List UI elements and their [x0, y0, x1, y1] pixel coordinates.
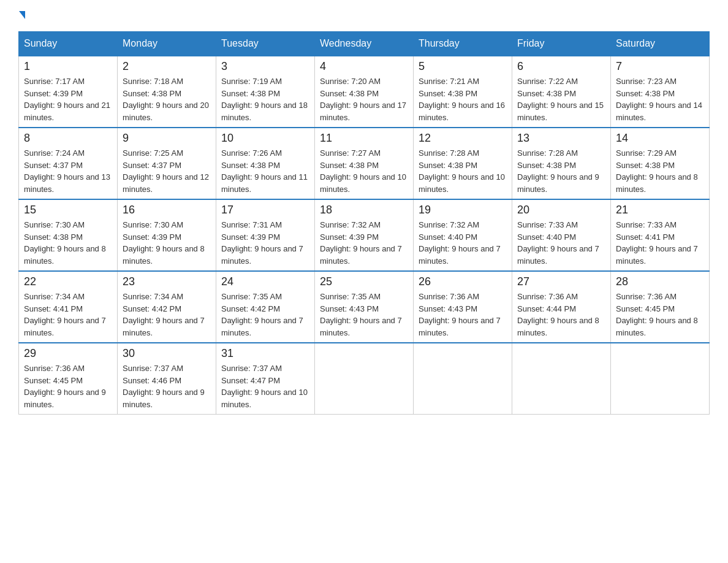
calendar-cell: 6 Sunrise: 7:22 AM Sunset: 4:38 PM Dayli… [512, 56, 611, 128]
day-number: 15 [24, 204, 112, 216]
day-number: 6 [517, 60, 605, 73]
calendar-cell: 1 Sunrise: 7:17 AM Sunset: 4:39 PM Dayli… [19, 56, 118, 128]
calendar-cell: 9 Sunrise: 7:25 AM Sunset: 4:37 PM Dayli… [118, 128, 216, 199]
day-info: Sunrise: 7:28 AM Sunset: 4:38 PM Dayligh… [517, 147, 605, 195]
calendar-cell: 22 Sunrise: 7:34 AM Sunset: 4:41 PM Dayl… [19, 271, 118, 343]
day-number: 16 [123, 204, 211, 216]
weekday-header-saturday: Saturday [611, 32, 710, 56]
day-info: Sunrise: 7:28 AM Sunset: 4:38 PM Dayligh… [419, 147, 507, 195]
calendar-table: SundayMondayTuesdayWednesdayThursdayFrid… [18, 31, 710, 415]
calendar-week-row: 15 Sunrise: 7:30 AM Sunset: 4:38 PM Dayl… [19, 199, 710, 271]
day-info: Sunrise: 7:17 AM Sunset: 4:39 PM Dayligh… [24, 75, 112, 123]
weekday-header-friday: Friday [512, 32, 611, 56]
calendar-cell: 10 Sunrise: 7:26 AM Sunset: 4:38 PM Dayl… [216, 128, 315, 199]
day-number: 12 [419, 132, 507, 145]
day-number: 17 [221, 204, 309, 216]
day-number: 2 [123, 60, 211, 73]
day-number: 5 [419, 60, 507, 73]
calendar-week-row: 8 Sunrise: 7:24 AM Sunset: 4:37 PM Dayli… [19, 128, 710, 199]
day-info: Sunrise: 7:36 AM Sunset: 4:45 PM Dayligh… [616, 291, 704, 339]
day-info: Sunrise: 7:30 AM Sunset: 4:39 PM Dayligh… [123, 219, 211, 267]
day-number: 1 [24, 60, 112, 73]
calendar-cell: 19 Sunrise: 7:32 AM Sunset: 4:40 PM Dayl… [414, 199, 512, 271]
calendar-cell: 18 Sunrise: 7:32 AM Sunset: 4:39 PM Dayl… [315, 199, 414, 271]
calendar-cell [315, 343, 414, 415]
day-info: Sunrise: 7:32 AM Sunset: 4:39 PM Dayligh… [320, 219, 408, 267]
day-number: 7 [616, 60, 704, 73]
day-number: 22 [24, 275, 112, 288]
calendar-cell: 21 Sunrise: 7:33 AM Sunset: 4:41 PM Dayl… [611, 199, 710, 271]
day-number: 29 [24, 347, 112, 360]
calendar-cell: 29 Sunrise: 7:36 AM Sunset: 4:45 PM Dayl… [19, 343, 118, 415]
calendar-week-row: 1 Sunrise: 7:17 AM Sunset: 4:39 PM Dayli… [19, 56, 710, 128]
calendar-week-row: 22 Sunrise: 7:34 AM Sunset: 4:41 PM Dayl… [19, 271, 710, 343]
day-number: 4 [320, 60, 408, 73]
weekday-header-thursday: Thursday [414, 32, 512, 56]
weekday-header-tuesday: Tuesday [216, 32, 315, 56]
day-info: Sunrise: 7:32 AM Sunset: 4:40 PM Dayligh… [419, 219, 507, 267]
day-number: 11 [320, 132, 408, 145]
day-info: Sunrise: 7:18 AM Sunset: 4:38 PM Dayligh… [123, 75, 211, 123]
day-number: 9 [123, 132, 211, 145]
day-info: Sunrise: 7:21 AM Sunset: 4:38 PM Dayligh… [419, 75, 507, 123]
day-info: Sunrise: 7:20 AM Sunset: 4:38 PM Dayligh… [320, 75, 408, 123]
calendar-cell: 5 Sunrise: 7:21 AM Sunset: 4:38 PM Dayli… [414, 56, 512, 128]
calendar-cell: 25 Sunrise: 7:35 AM Sunset: 4:43 PM Dayl… [315, 271, 414, 343]
day-number: 20 [517, 204, 605, 216]
day-info: Sunrise: 7:22 AM Sunset: 4:38 PM Dayligh… [517, 75, 605, 123]
day-info: Sunrise: 7:19 AM Sunset: 4:38 PM Dayligh… [221, 75, 309, 123]
day-info: Sunrise: 7:23 AM Sunset: 4:38 PM Dayligh… [616, 75, 704, 123]
calendar-cell: 24 Sunrise: 7:35 AM Sunset: 4:42 PM Dayl… [216, 271, 315, 343]
calendar-cell: 7 Sunrise: 7:23 AM Sunset: 4:38 PM Dayli… [611, 56, 710, 128]
day-number: 31 [221, 347, 309, 360]
calendar-cell: 2 Sunrise: 7:18 AM Sunset: 4:38 PM Dayli… [118, 56, 216, 128]
day-info: Sunrise: 7:37 AM Sunset: 4:46 PM Dayligh… [123, 362, 211, 410]
day-info: Sunrise: 7:29 AM Sunset: 4:38 PM Dayligh… [616, 147, 704, 195]
day-number: 30 [123, 347, 211, 360]
logo [18, 12, 25, 19]
calendar-cell: 30 Sunrise: 7:37 AM Sunset: 4:46 PM Dayl… [118, 343, 216, 415]
day-number: 18 [320, 204, 408, 216]
calendar-cell [414, 343, 512, 415]
day-number: 27 [517, 275, 605, 288]
calendar-cell: 28 Sunrise: 7:36 AM Sunset: 4:45 PM Dayl… [611, 271, 710, 343]
calendar-cell: 20 Sunrise: 7:33 AM Sunset: 4:40 PM Dayl… [512, 199, 611, 271]
day-number: 23 [123, 275, 211, 288]
day-number: 21 [616, 204, 704, 216]
calendar-cell: 8 Sunrise: 7:24 AM Sunset: 4:37 PM Dayli… [19, 128, 118, 199]
day-info: Sunrise: 7:24 AM Sunset: 4:37 PM Dayligh… [24, 147, 112, 195]
calendar-cell: 31 Sunrise: 7:37 AM Sunset: 4:47 PM Dayl… [216, 343, 315, 415]
day-info: Sunrise: 7:27 AM Sunset: 4:38 PM Dayligh… [320, 147, 408, 195]
day-number: 14 [616, 132, 704, 145]
day-number: 19 [419, 204, 507, 216]
day-number: 3 [221, 60, 309, 73]
calendar-cell: 13 Sunrise: 7:28 AM Sunset: 4:38 PM Dayl… [512, 128, 611, 199]
calendar-cell: 4 Sunrise: 7:20 AM Sunset: 4:38 PM Dayli… [315, 56, 414, 128]
day-info: Sunrise: 7:33 AM Sunset: 4:41 PM Dayligh… [616, 219, 704, 267]
day-info: Sunrise: 7:31 AM Sunset: 4:39 PM Dayligh… [221, 219, 309, 267]
calendar-cell: 26 Sunrise: 7:36 AM Sunset: 4:43 PM Dayl… [414, 271, 512, 343]
day-number: 13 [517, 132, 605, 145]
day-info: Sunrise: 7:35 AM Sunset: 4:42 PM Dayligh… [221, 291, 309, 339]
day-number: 26 [419, 275, 507, 288]
calendar-cell: 23 Sunrise: 7:34 AM Sunset: 4:42 PM Dayl… [118, 271, 216, 343]
day-number: 25 [320, 275, 408, 288]
day-info: Sunrise: 7:35 AM Sunset: 4:43 PM Dayligh… [320, 291, 408, 339]
calendar-cell: 14 Sunrise: 7:29 AM Sunset: 4:38 PM Dayl… [611, 128, 710, 199]
calendar-cell: 12 Sunrise: 7:28 AM Sunset: 4:38 PM Dayl… [414, 128, 512, 199]
page-header [18, 12, 710, 19]
calendar-cell: 17 Sunrise: 7:31 AM Sunset: 4:39 PM Dayl… [216, 199, 315, 271]
day-info: Sunrise: 7:36 AM Sunset: 4:44 PM Dayligh… [517, 291, 605, 339]
weekday-header-row: SundayMondayTuesdayWednesdayThursdayFrid… [19, 32, 710, 56]
weekday-header-wednesday: Wednesday [315, 32, 414, 56]
weekday-header-monday: Monday [118, 32, 216, 56]
logo-arrow-icon [19, 11, 25, 19]
day-info: Sunrise: 7:33 AM Sunset: 4:40 PM Dayligh… [517, 219, 605, 267]
day-number: 28 [616, 275, 704, 288]
calendar-cell: 11 Sunrise: 7:27 AM Sunset: 4:38 PM Dayl… [315, 128, 414, 199]
day-info: Sunrise: 7:36 AM Sunset: 4:43 PM Dayligh… [419, 291, 507, 339]
calendar-cell [611, 343, 710, 415]
weekday-header-sunday: Sunday [19, 32, 118, 56]
day-info: Sunrise: 7:36 AM Sunset: 4:45 PM Dayligh… [24, 362, 112, 410]
day-info: Sunrise: 7:34 AM Sunset: 4:41 PM Dayligh… [24, 291, 112, 339]
